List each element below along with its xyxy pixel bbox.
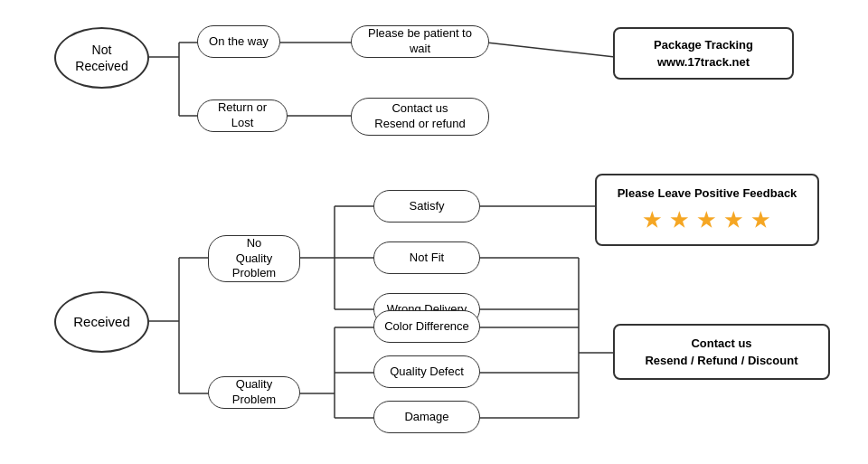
quality-problem-label: Quality Problem [216, 377, 292, 408]
color-difference-label: Color Difference [384, 319, 469, 335]
contact-resend-node: Contact us Resend or refund [351, 98, 489, 136]
package-tracking-label: Package Tracking www.17track.net [654, 36, 753, 71]
on-the-way-node: On the way [197, 25, 280, 58]
not-fit-node: Not Fit [373, 241, 480, 274]
package-tracking-node: Package Tracking www.17track.net [613, 27, 794, 80]
received-label: Received [73, 313, 130, 331]
return-or-lost-node: Return or Lost [197, 99, 288, 132]
positive-feedback-node: Please Leave Positive Feedback ★ ★ ★ ★ ★ [595, 174, 819, 246]
quality-defect-label: Quality Defect [390, 365, 464, 380]
contact-resend-label: Contact us Resend or refund [374, 101, 465, 132]
satisfy-node: Satisfy [373, 190, 480, 223]
not-fit-label: Not Fit [410, 251, 444, 266]
quality-problem-node: Quality Problem [208, 376, 300, 409]
satisfy-label: Satisfy [409, 199, 444, 214]
positive-feedback-label: Please Leave Positive Feedback [618, 185, 797, 203]
star-rating: ★ ★ ★ ★ ★ [643, 205, 771, 235]
flowchart: Not Received On the way Return or Lost P… [0, 0, 868, 464]
quality-defect-node: Quality Defect [373, 355, 480, 388]
on-the-way-label: On the way [209, 34, 269, 50]
contact-refund-node: Contact us Resend / Refund / Discount [613, 324, 830, 380]
patient-wait-label: Please be patient to wait [359, 26, 481, 57]
no-quality-problem-label: No Quality Problem [216, 236, 292, 282]
contact-refund-label: Contact us Resend / Refund / Discount [645, 335, 797, 370]
damage-node: Damage [373, 401, 480, 433]
not-received-label: Not Received [75, 42, 127, 74]
return-or-lost-label: Return or Lost [205, 100, 279, 131]
no-quality-problem-node: No Quality Problem [208, 235, 300, 282]
color-difference-node: Color Difference [373, 310, 480, 343]
damage-label: Damage [404, 410, 448, 425]
not-received-node: Not Received [54, 27, 149, 89]
received-node: Received [54, 291, 149, 353]
patient-wait-node: Please be patient to wait [351, 25, 489, 58]
svg-line-5 [486, 43, 615, 57]
